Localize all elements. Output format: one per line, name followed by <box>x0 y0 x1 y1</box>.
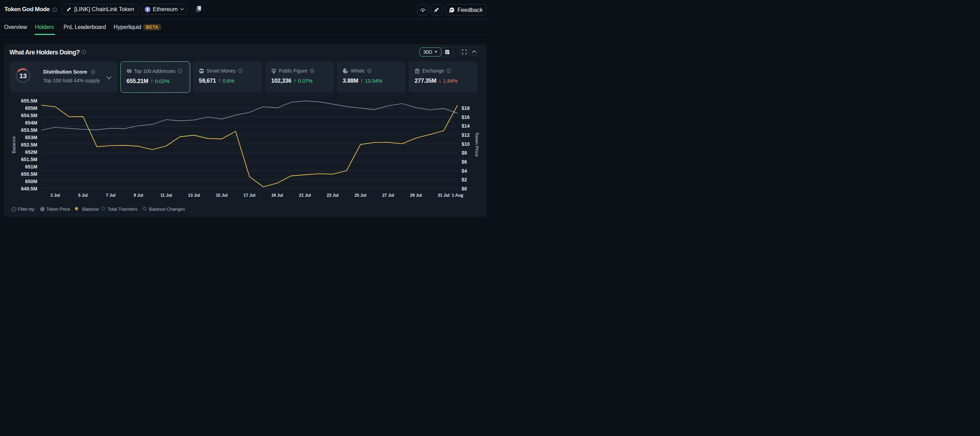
svg-text:651.5M: 651.5M <box>21 157 37 162</box>
svg-text:653M: 653M <box>25 135 37 140</box>
svg-text:17 Jul: 17 Jul <box>243 193 256 198</box>
svg-text:654M: 654M <box>25 120 37 125</box>
svg-text:650.5M: 650.5M <box>21 171 37 177</box>
svg-text:$10: $10 <box>462 141 470 147</box>
svg-text:1 Aug: 1 Aug <box>452 193 463 198</box>
svg-text:652.5M: 652.5M <box>21 142 37 147</box>
svg-text:21 Jul: 21 Jul <box>299 193 311 198</box>
svg-text:$16: $16 <box>462 114 470 120</box>
svg-text:29 Jul: 29 Jul <box>410 193 422 198</box>
svg-text:650M: 650M <box>25 179 37 184</box>
svg-text:7 Jul: 7 Jul <box>106 193 116 198</box>
svg-text:13 Jul: 13 Jul <box>188 193 200 198</box>
svg-text:5 Jul: 5 Jul <box>78 193 88 198</box>
svg-text:3 Jul: 3 Jul <box>51 193 60 198</box>
svg-text:19 Jul: 19 Jul <box>271 193 283 198</box>
svg-text:$14: $14 <box>462 123 470 129</box>
svg-text:15 Jul: 15 Jul <box>216 193 228 198</box>
svg-text:11 Jul: 11 Jul <box>161 193 172 198</box>
svg-text:Token Price: Token Price <box>474 132 479 157</box>
svg-text:31 Jul: 31 Jul <box>438 193 450 198</box>
svg-text:$12: $12 <box>462 132 470 138</box>
svg-text:655M: 655M <box>25 105 37 111</box>
svg-text:27 Jul: 27 Jul <box>382 193 394 198</box>
svg-text:$2: $2 <box>462 177 467 182</box>
svg-text:651M: 651M <box>25 164 37 170</box>
svg-text:25 Jul: 25 Jul <box>355 193 366 198</box>
svg-text:654.5M: 654.5M <box>21 113 37 118</box>
svg-text:$18: $18 <box>462 105 470 111</box>
svg-text:23 Jul: 23 Jul <box>327 193 339 198</box>
svg-text:Balance: Balance <box>11 136 16 154</box>
svg-text:9 Jul: 9 Jul <box>134 193 143 198</box>
svg-text:$0: $0 <box>462 186 467 192</box>
svg-text:$8: $8 <box>462 150 467 155</box>
svg-text:652M: 652M <box>25 149 37 155</box>
svg-text:$4: $4 <box>462 168 467 174</box>
svg-text:653.5M: 653.5M <box>21 127 37 133</box>
svg-text:$6: $6 <box>462 159 467 165</box>
svg-text:655.5M: 655.5M <box>21 98 37 104</box>
svg-text:649.5M: 649.5M <box>21 186 37 192</box>
